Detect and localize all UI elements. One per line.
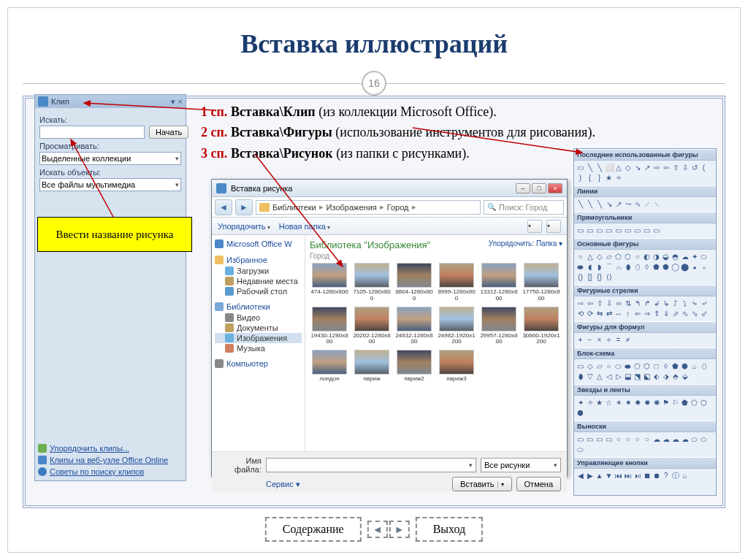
- shape-icon[interactable]: (): [576, 273, 585, 282]
- shape-icon[interactable]: ◯: [671, 263, 680, 272]
- shape-icon[interactable]: ▭: [633, 226, 642, 235]
- clip-objects-select[interactable]: Все файлы мультимедиа: [39, 178, 181, 191]
- shape-icon[interactable]: ⇦: [586, 299, 595, 308]
- file-thumbnail[interactable]: 20202-1280x800: [352, 307, 392, 346]
- shape-icon[interactable]: ▶: [586, 472, 595, 480]
- shape-icon[interactable]: −: [586, 336, 595, 345]
- clip-panel-close-icon[interactable]: ×: [178, 97, 183, 107]
- shape-icon[interactable]: ✸: [633, 399, 642, 407]
- sidebar-documents[interactable]: Документы: [215, 323, 302, 333]
- shape-icon[interactable]: ↱: [643, 299, 652, 308]
- shape-icon[interactable]: {}: [595, 273, 604, 282]
- new-folder-button[interactable]: Новая папка: [279, 222, 330, 231]
- shape-icon[interactable]: ⇧: [671, 164, 680, 172]
- shape-icon[interactable]: ▭: [605, 226, 614, 235]
- shape-icon[interactable]: ◓: [671, 253, 680, 261]
- help-button[interactable]: [546, 220, 561, 233]
- shape-icon[interactable]: ▼: [605, 472, 614, 480]
- shape-icon[interactable]: ⇆: [595, 310, 604, 318]
- shape-icon[interactable]: ◊: [643, 263, 652, 272]
- shape-icon[interactable]: ✶: [614, 399, 623, 407]
- shape-icon[interactable]: ⬯: [700, 362, 709, 371]
- shape-icon[interactable]: ⏭: [624, 472, 633, 480]
- shape-icon[interactable]: ╲: [595, 164, 604, 172]
- cancel-button[interactable]: Отмена: [516, 477, 561, 491]
- shape-icon[interactable]: ⇨: [652, 164, 661, 172]
- clip-online-link[interactable]: Клипы на веб-узле Office Online: [38, 454, 183, 466]
- shape-icon[interactable]: ⏺: [652, 472, 661, 480]
- shape-icon[interactable]: ⬦: [700, 263, 709, 272]
- arrange-control[interactable]: Упорядочить: Папка ▾: [489, 239, 562, 248]
- shape-icon[interactable]: ✧: [614, 174, 623, 183]
- shape-icon[interactable]: ▭: [586, 435, 595, 444]
- shape-icon[interactable]: ⏯: [633, 472, 642, 480]
- shape-icon[interactable]: ⬡: [700, 399, 709, 407]
- sidebar-images[interactable]: Изображения: [215, 333, 302, 343]
- file-thumbnail[interactable]: лондон: [310, 350, 349, 383]
- shape-icon[interactable]: ⇒: [643, 310, 652, 318]
- shape-icon[interactable]: ↺: [690, 164, 699, 172]
- shape-icon[interactable]: ◊: [662, 362, 671, 371]
- shape-icon[interactable]: ⬤: [681, 263, 690, 272]
- shape-icon[interactable]: ◖: [586, 263, 595, 272]
- shape-icon[interactable]: ⬕: [643, 372, 652, 381]
- shape-icon[interactable]: ⬭: [700, 435, 709, 444]
- minimize-button[interactable]: –: [516, 183, 530, 193]
- shape-icon[interactable]: ☁: [671, 435, 680, 444]
- shape-icon[interactable]: ⇅: [624, 299, 633, 308]
- sidebar-recent[interactable]: Недавние места: [215, 276, 302, 286]
- shape-icon[interactable]: ◇: [624, 164, 633, 172]
- shape-icon[interactable]: ⬔: [633, 372, 642, 381]
- shape-icon[interactable]: ⟋: [643, 200, 652, 209]
- sidebar-desktop[interactable]: Рабочий стол: [215, 286, 302, 296]
- shape-icon[interactable]: ▭: [624, 226, 633, 235]
- shape-icon[interactable]: ⏹: [643, 472, 652, 480]
- shape-icon[interactable]: ◇: [595, 253, 604, 261]
- filename-input[interactable]: [266, 458, 476, 472]
- sidebar-video[interactable]: Видео: [215, 312, 302, 323]
- shape-icon[interactable]: ⬘: [671, 372, 680, 381]
- prev-slide-button[interactable]: ◄: [367, 521, 388, 538]
- insert-button[interactable]: Вставить: [452, 477, 512, 491]
- shape-icon[interactable]: =: [614, 336, 623, 345]
- view-button[interactable]: [527, 220, 542, 233]
- shape-icon[interactable]: ∿: [633, 200, 642, 209]
- shape-icon[interactable]: ★: [595, 399, 604, 407]
- shape-icon[interactable]: ✦: [690, 253, 699, 261]
- file-thumbnail[interactable]: париж2: [394, 350, 434, 383]
- shape-icon[interactable]: ⬙: [681, 372, 690, 381]
- shape-icon[interactable]: ⚐: [671, 399, 680, 407]
- shape-icon[interactable]: ⬟: [671, 362, 680, 371]
- shape-icon[interactable]: ✹: [643, 399, 652, 407]
- shape-icon[interactable]: ▱: [595, 362, 604, 371]
- shape-icon[interactable]: ⌒: [605, 263, 614, 272]
- shape-icon[interactable]: ⬂: [690, 310, 699, 318]
- shape-icon[interactable]: ○: [643, 435, 652, 444]
- shape-icon[interactable]: +: [576, 336, 585, 345]
- shape-icon[interactable]: ◑: [652, 253, 661, 261]
- shape-icon[interactable]: }: [595, 174, 604, 183]
- shape-icon[interactable]: ▭: [605, 435, 614, 444]
- file-thumbnail[interactable]: 24982-1920x1200: [437, 307, 476, 346]
- shape-icon[interactable]: ▭: [652, 226, 661, 235]
- shape-icon[interactable]: ╲: [586, 164, 595, 172]
- shape-icon[interactable]: ⬠: [690, 399, 699, 407]
- file-thumbnail[interactable]: 29957-1280x800: [479, 307, 519, 346]
- exit-button[interactable]: Выход: [416, 517, 484, 542]
- shape-icon[interactable]: ⚑: [662, 399, 671, 407]
- sidebar-music[interactable]: Музыка: [215, 343, 302, 353]
- shape-icon[interactable]: ⬮: [576, 372, 585, 381]
- close-button[interactable]: ×: [548, 183, 562, 193]
- file-thumbnail[interactable]: 17750-1280x800: [522, 263, 561, 302]
- file-thumbnail[interactable]: 8999-1280x800: [437, 263, 476, 302]
- shape-icon[interactable]: ✺: [652, 399, 661, 407]
- shape-icon[interactable]: ⬢: [576, 409, 585, 418]
- file-thumbnail[interactable]: 8804-1280x800: [394, 263, 434, 302]
- shape-icon[interactable]: ✦: [576, 399, 585, 407]
- shape-icon[interactable]: ⬥: [690, 263, 699, 272]
- next-slide-button[interactable]: ►: [389, 521, 410, 538]
- shape-icon[interactable]: ⬬: [624, 362, 633, 371]
- shape-icon[interactable]: ⬀: [671, 310, 680, 318]
- shape-icon[interactable]: ⬢: [662, 263, 671, 272]
- dialog-search-input[interactable]: 🔍 Поиск: Город: [484, 200, 564, 215]
